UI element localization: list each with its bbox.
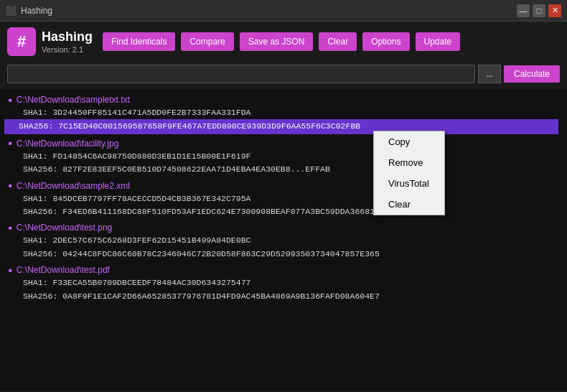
sha1-0: SHA1: 3D24450FF85141C471A5DD0FE2B7333FAA… <box>9 106 558 119</box>
context-menu: Copy Remove VirusTotal Clear <box>373 131 445 215</box>
context-menu-remove[interactable]: Remove <box>374 152 444 173</box>
save-as-json-button[interactable]: Save as JSON <box>240 32 314 51</box>
compare-button[interactable]: Compare <box>181 32 233 51</box>
maximize-button[interactable]: □ <box>533 4 545 17</box>
sha256-3: SHA256: 04244C8FDC86C60B78C2346046C72B20… <box>9 248 558 261</box>
sha256-0[interactable]: SHA256: 7C15ED40C001569587658F9FE467A7ED… <box>4 119 558 134</box>
calculate-button[interactable]: Calculate <box>504 65 560 83</box>
title-bar-controls: — □ ✕ <box>517 4 561 17</box>
context-menu-copy[interactable]: Copy <box>374 131 444 152</box>
content-area: C:\NetDownload\sampletxt.txt SHA1: 3D244… <box>0 89 567 391</box>
file-entry-1: C:\NetDownload\facility.jpg SHA1: FD1485… <box>9 139 558 177</box>
close-button[interactable]: ✕ <box>548 4 561 17</box>
file-path-4: C:\NetDownload\test.pdf <box>9 265 558 275</box>
sha1-3: SHA1: 2DEC57C675C6268D3FEF62D15451B499A8… <box>9 234 558 247</box>
app-logo: # <box>7 27 36 56</box>
sha1-4: SHA1: F33ECA55B0709DBCEEDF78484AC30D6343… <box>9 276 558 289</box>
minimize-button[interactable]: — <box>517 4 530 17</box>
clear-button[interactable]: Clear <box>319 32 357 51</box>
file-path-0: C:\NetDownload\sampletxt.txt <box>9 95 558 105</box>
file-path-3: C:\NetDownload\test.png <box>9 223 558 233</box>
file-path-2: C:\NetDownload\sample2.xml <box>9 181 558 191</box>
logo-area: # Hashing Version: 2.1 <box>7 27 93 56</box>
browse-button[interactable]: ... <box>478 65 501 83</box>
title-bar: ⬛ Hashing — □ ✕ <box>0 0 567 22</box>
sha256-2: SHA256: F34ED6B411168DC88F510FD53AF1EDC6… <box>9 205 558 218</box>
sha256-1: SHA256: 827F2E83EEF5C0EB510D74508622EAA7… <box>9 163 558 176</box>
title-bar-icon: ⬛ <box>6 6 17 16</box>
window-title: Hashing <box>21 6 52 16</box>
file-entry-2: C:\NetDownload\sample2.xml SHA1: 845DCEB… <box>9 181 558 219</box>
search-input[interactable] <box>7 65 475 83</box>
sha1-1: SHA1: FD14854C6AC98750D880D3EB1D1E15B00E… <box>9 150 558 163</box>
file-entry-3: C:\NetDownload\test.png SHA1: 2DEC57C675… <box>9 223 558 261</box>
search-row: ... Calculate <box>0 62 567 89</box>
file-entry-0: C:\NetDownload\sampletxt.txt SHA1: 3D244… <box>9 95 558 134</box>
app-version: Version: 2.1 <box>42 45 93 54</box>
app-info: Hashing Version: 2.1 <box>42 29 93 54</box>
context-menu-clear[interactable]: Clear <box>374 194 444 215</box>
options-button[interactable]: Options <box>362 32 409 51</box>
file-entry-4: C:\NetDownload\test.pdf SHA1: F33ECA55B0… <box>9 265 558 303</box>
context-menu-virustotal[interactable]: VirusTotal <box>374 173 444 194</box>
update-button[interactable]: Update <box>416 32 461 51</box>
find-identicals-button[interactable]: Find Identicals <box>103 32 175 51</box>
title-bar-title: ⬛ Hashing <box>6 6 52 16</box>
sha256-4: SHA256: 0A8F9F1E1CAF2D66A65285377976781D… <box>9 290 558 303</box>
header: # Hashing Version: 2.1 Find Identicals C… <box>0 22 567 62</box>
file-path-1: C:\NetDownload\facility.jpg <box>9 139 558 149</box>
sha1-2: SHA1: 845DCEB7797FF78ACECCD5D4CB3B367E34… <box>9 192 558 205</box>
app-name: Hashing <box>42 29 93 45</box>
